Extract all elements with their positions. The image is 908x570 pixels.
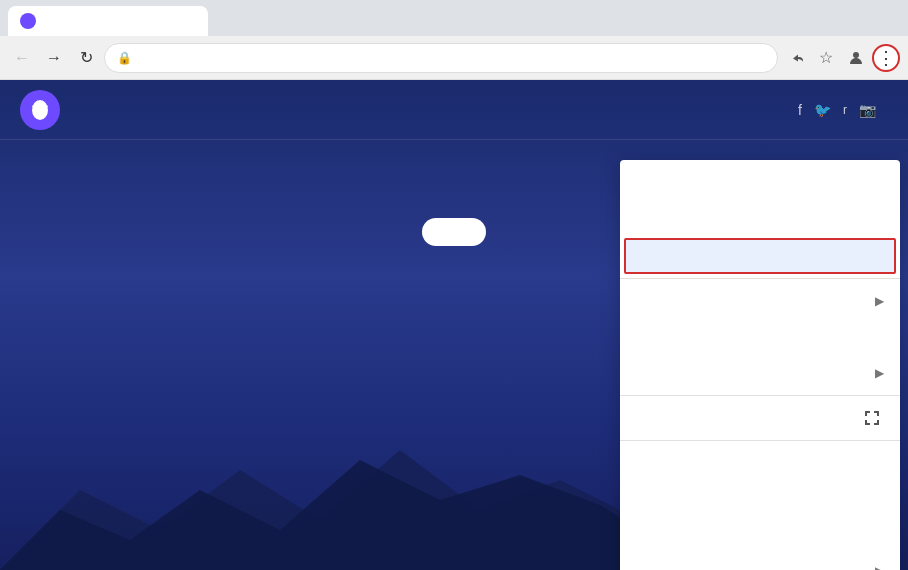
address-bar[interactable]: 🔒 [104,43,778,73]
chrome-menu-button[interactable]: ⋮ [872,44,900,72]
tab-favicon [20,13,36,29]
zoom-plus-button[interactable] [828,406,852,430]
twitter-icon[interactable]: 🐦 [814,102,831,118]
bookmark-button[interactable]: ☆ [812,44,840,72]
menu-divider-2 [620,395,900,396]
zoom-controls [748,406,884,430]
menu-item-new-tab[interactable] [620,164,900,200]
instagram-icon[interactable]: 📷 [859,102,876,118]
toolbar: ← → ↻ 🔒 ☆ ⋮ [0,36,908,80]
cta-button[interactable] [422,218,486,246]
pm-nav-social: f 🐦 r 📷 [798,102,888,118]
forward-button[interactable]: → [40,44,68,72]
website-content: f 🐦 r 📷 [0,80,908,570]
menu-item-print[interactable] [620,445,900,481]
menu-item-history[interactable]: ▶ [620,283,900,319]
fullscreen-button[interactable] [860,406,884,430]
reddit-icon[interactable]: r [843,103,847,117]
back-button[interactable]: ← [8,44,36,72]
chrome-dropdown-menu: ▶ ▶ [620,160,900,570]
menu-item-downloads[interactable] [620,319,900,355]
zoom-minus-button[interactable] [748,406,772,430]
pm-navbar: f 🐦 r 📷 [0,80,908,140]
menu-item-find[interactable] [620,517,900,553]
zoom-control [620,400,900,436]
menu-item-incognito[interactable] [624,238,896,274]
toolbar-actions: ☆ ⋮ [782,44,900,72]
svg-point-1 [32,100,48,120]
lock-icon: 🔒 [117,51,132,65]
tab-bar [0,0,908,36]
facebook-icon[interactable]: f [798,102,802,118]
share-button[interactable] [782,44,810,72]
bookmarks-arrow-icon: ▶ [875,366,884,380]
history-arrow-icon: ▶ [875,294,884,308]
svg-point-0 [853,52,859,58]
menu-item-more-tools[interactable]: ▶ [620,553,900,570]
mountains-illustration [0,430,640,570]
menu-item-new-window[interactable] [620,200,900,236]
browser-window: ← → ↻ 🔒 ☆ ⋮ [0,0,908,570]
active-tab[interactable] [8,6,208,36]
tab-close-button[interactable] [180,13,196,29]
more-tools-arrow-icon: ▶ [875,564,884,570]
menu-divider-3 [620,440,900,441]
minimize-button[interactable] [848,28,860,32]
maximize-button[interactable] [868,28,880,32]
profile-button[interactable] [842,44,870,72]
menu-item-bookmarks[interactable]: ▶ [620,355,900,391]
protonmail-logo [20,90,60,130]
new-tab-button[interactable] [212,8,240,36]
close-button[interactable] [888,28,900,32]
menu-item-cast[interactable] [620,481,900,517]
menu-divider-1 [620,278,900,279]
window-controls [848,28,900,36]
reload-button[interactable]: ↻ [72,44,100,72]
